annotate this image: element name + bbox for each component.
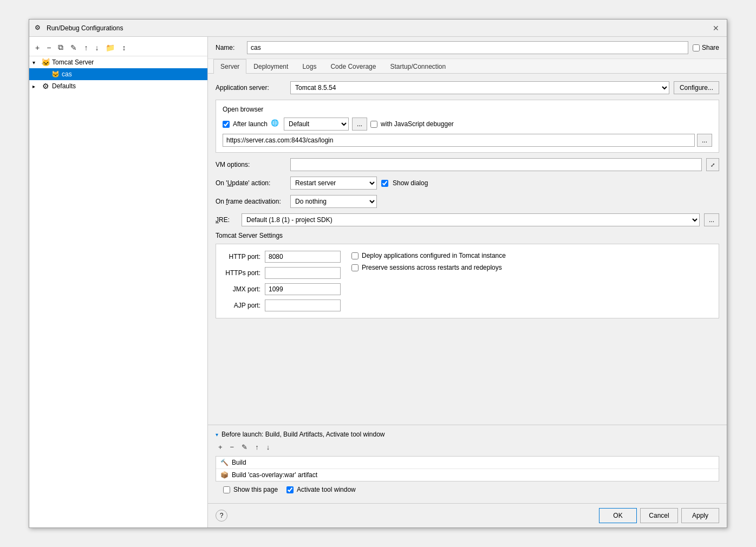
apply-button[interactable]: Apply xyxy=(681,508,719,523)
tree-item-cas[interactable]: 🐱 cas xyxy=(29,68,207,80)
before-launch-section: ▾ Before launch: Build, Build Artifacts,… xyxy=(208,425,727,503)
build-icon: 🔨 xyxy=(220,459,229,466)
after-launch-checkbox[interactable] xyxy=(223,121,230,128)
vm-expand-button[interactable]: ⤢ xyxy=(706,158,719,171)
before-launch-remove-button[interactable]: − xyxy=(227,441,237,453)
url-row: ... xyxy=(223,134,712,147)
activate-window-label: Activate tool window xyxy=(297,486,356,493)
launch-item-artifact[interactable]: 📦 Build 'cas-overlay:war' artifact xyxy=(216,469,719,481)
vm-options-input[interactable] xyxy=(290,158,702,171)
tab-server[interactable]: Server xyxy=(213,59,246,74)
tab-deployment[interactable]: Deployment xyxy=(246,59,295,74)
preserve-sessions-checkbox[interactable] xyxy=(351,264,359,271)
share-label: Share xyxy=(702,44,719,51)
browser-select[interactable]: Default xyxy=(284,118,349,131)
tree-item-defaults[interactable]: ▸ ⚙ Defaults xyxy=(29,80,207,92)
vm-options-label: VM options: xyxy=(216,161,286,168)
open-browser-label: Open browser xyxy=(223,106,712,113)
open-browser-section: Open browser After launch 🌐 Default ... … xyxy=(216,100,719,153)
remove-config-button[interactable]: − xyxy=(44,42,54,54)
on-frame-label: On frame deactivation: xyxy=(216,198,286,205)
https-port-input[interactable] xyxy=(265,267,341,279)
http-port-label: HTTP port: xyxy=(223,253,260,261)
on-update-select[interactable]: Restart server xyxy=(290,177,377,190)
jre-label: JRE: xyxy=(216,216,237,224)
checkboxes-col: Deploy applications configured in Tomcat… xyxy=(351,251,506,311)
url-input[interactable] xyxy=(223,134,695,147)
before-launch-arrow-icon: ▾ xyxy=(216,432,218,438)
show-page-checkbox[interactable] xyxy=(223,486,230,493)
ajp-port-row: AJP port: xyxy=(223,299,341,311)
jre-select[interactable]: Default (1.8 (1) - project SDK) xyxy=(242,213,700,226)
before-launch-label: Before launch: Build, Build Artifacts, A… xyxy=(221,431,385,438)
on-frame-row: On frame deactivation: Do nothing xyxy=(216,195,719,208)
share-checkbox[interactable] xyxy=(693,44,700,51)
tab-startup-connection[interactable]: Startup/Connection xyxy=(383,59,453,74)
http-port-input[interactable] xyxy=(265,251,341,263)
before-launch-up-button[interactable]: ↑ xyxy=(252,441,262,453)
before-launch-add-button[interactable]: + xyxy=(216,441,225,453)
help-button[interactable]: ? xyxy=(216,510,227,522)
name-input[interactable] xyxy=(247,41,688,54)
show-page-row: Show this page xyxy=(223,486,278,493)
add-config-button[interactable]: + xyxy=(32,42,42,54)
ok-button[interactable]: OK xyxy=(599,508,637,523)
bottom-options: Show this page Activate tool window xyxy=(216,481,719,498)
https-port-label: HTTPs port: xyxy=(223,269,260,277)
after-launch-label: After launch xyxy=(233,120,268,128)
activate-window-checkbox[interactable] xyxy=(286,486,294,493)
artifact-label: Build 'cas-overlay:war' artifact xyxy=(232,471,317,479)
title-bar: ⚙ Run/Debug Configurations ✕ xyxy=(29,19,727,37)
launch-item-build[interactable]: 🔨 Build xyxy=(216,457,719,469)
tomcat-settings-section: HTTP port: HTTPs port: JMX port: xyxy=(216,244,719,318)
move-up-button[interactable]: ↑ xyxy=(81,42,90,54)
configure-button[interactable]: Configure... xyxy=(674,81,719,94)
defaults-icon: ⚙ xyxy=(41,82,50,90)
tree-arrow-tomcat: ▾ xyxy=(32,60,39,66)
ajp-port-input[interactable] xyxy=(265,299,341,311)
tree-item-tomcat-server[interactable]: ▾ 🐱 Tomcat Server xyxy=(29,56,207,68)
browser-options-button[interactable]: ... xyxy=(352,118,367,131)
app-server-select[interactable]: Tomcat 8.5.54 xyxy=(290,81,669,94)
sort-button[interactable]: ↕ xyxy=(119,42,128,54)
copy-config-button[interactable]: ⧉ xyxy=(55,41,66,54)
show-page-label: Show this page xyxy=(233,486,278,493)
jmx-port-input[interactable] xyxy=(265,283,341,295)
tab-logs[interactable]: Logs xyxy=(295,59,323,74)
on-frame-select[interactable]: Do nothing xyxy=(290,195,377,208)
folder-button[interactable]: 📁 xyxy=(103,42,118,54)
dialog-icon: ⚙ xyxy=(35,24,43,32)
before-launch-toolbar: + − ✎ ↑ ↓ xyxy=(216,441,719,453)
close-button[interactable]: ✕ xyxy=(711,24,721,32)
main-content: + − ⧉ ✎ ↑ ↓ 📁 ↕ ▾ 🐱 Tomcat Server 🐱 cas … xyxy=(29,37,727,528)
js-debugger-checkbox[interactable] xyxy=(370,121,377,128)
jmx-port-row: JMX port: xyxy=(223,283,341,295)
url-options-button[interactable]: ... xyxy=(697,134,712,147)
dialog-title: Run/Debug Configurations xyxy=(47,24,123,32)
before-launch-header: ▾ Before launch: Build, Build Artifacts,… xyxy=(216,431,719,438)
cancel-button[interactable]: Cancel xyxy=(640,508,678,523)
browser-select-row: After launch 🌐 Default ... with JavaScri… xyxy=(223,118,712,131)
tab-code-coverage[interactable]: Code Coverage xyxy=(323,59,383,74)
edit-config-button[interactable]: ✎ xyxy=(68,42,80,54)
title-bar-left: ⚙ Run/Debug Configurations xyxy=(35,24,123,32)
defaults-label: Defaults xyxy=(52,82,76,90)
deploy-apps-checkbox[interactable] xyxy=(351,252,359,259)
jre-browse-button[interactable]: ... xyxy=(704,213,719,226)
before-launch-edit-button[interactable]: ✎ xyxy=(239,441,250,453)
preserve-sessions-row: Preserve sessions across restarts and re… xyxy=(351,264,506,271)
app-server-label: Application server: xyxy=(216,84,286,92)
build-label: Build xyxy=(232,459,246,466)
move-down-button[interactable]: ↓ xyxy=(92,42,101,54)
tomcat-server-label: Tomcat Server xyxy=(52,58,94,66)
jmx-port-label: JMX port: xyxy=(223,285,260,293)
before-launch-down-button[interactable]: ↓ xyxy=(264,441,273,453)
tomcat-settings: Tomcat Server Settings HTTP port: HTTPs … xyxy=(216,232,719,318)
show-dialog-checkbox[interactable] xyxy=(381,180,388,187)
vm-options-row: VM options: ⤢ xyxy=(216,158,719,171)
name-row: Name: Share xyxy=(208,37,727,59)
tomcat-settings-label: Tomcat Server Settings xyxy=(216,232,719,239)
on-update-row: On 'Update' action: Restart server Show … xyxy=(216,177,719,190)
deploy-apps-label: Deploy applications configured in Tomcat… xyxy=(362,252,506,259)
http-port-row: HTTP port: xyxy=(223,251,341,263)
